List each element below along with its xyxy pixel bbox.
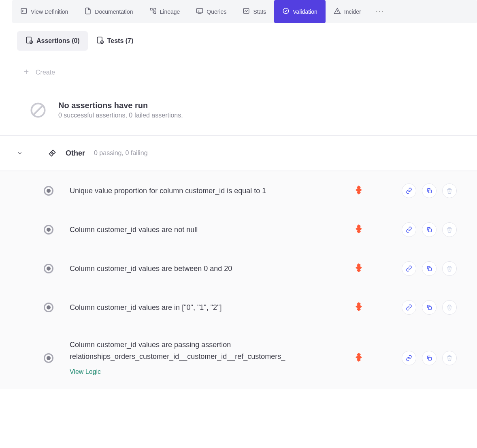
delete-button[interactable] xyxy=(442,300,457,315)
delete-button[interactable] xyxy=(442,351,457,365)
link-button[interactable] xyxy=(402,300,416,315)
svg-rect-0 xyxy=(21,9,27,13)
empty-icon xyxy=(29,101,47,119)
create-button[interactable]: Create xyxy=(0,59,477,86)
tests-icon xyxy=(96,36,104,46)
subtab-label: Assertions (0) xyxy=(36,37,80,45)
rule-actions xyxy=(402,222,457,237)
dbt-icon xyxy=(353,352,365,364)
dbt-icon xyxy=(353,262,365,275)
dbt-icon xyxy=(353,224,365,236)
delete-button[interactable] xyxy=(442,261,457,276)
rule-text: Column customer_id values are in ["0", "… xyxy=(70,302,337,314)
view-definition-icon xyxy=(20,7,28,16)
rule-row: Column customer_id values are between 0 … xyxy=(0,249,477,288)
rule-row: Column customer_id values are in ["0", "… xyxy=(0,288,477,327)
svg-rect-15 xyxy=(428,307,431,309)
document-icon xyxy=(84,7,92,16)
validation-icon xyxy=(282,7,290,16)
tab-label: Documentation xyxy=(95,9,133,15)
tab-label: View Definition xyxy=(31,9,68,15)
copy-button[interactable] xyxy=(422,222,437,237)
validation-subtabs: Assertions (0) Tests (7) xyxy=(0,23,477,59)
rule-row: Unique value proportion for column custo… xyxy=(0,171,477,210)
rule-status-indicator xyxy=(44,303,53,312)
tab-validation[interactable]: Validation xyxy=(274,0,325,23)
svg-rect-3 xyxy=(154,12,156,14)
rule-text: Column customer_id values are not null xyxy=(70,224,337,236)
rule-text: Column customer_id values are between 0 … xyxy=(70,263,337,275)
svg-point-6 xyxy=(283,8,289,14)
link-button[interactable] xyxy=(402,261,416,276)
tab-lineage[interactable]: Lineage xyxy=(141,0,188,23)
svg-rect-1 xyxy=(150,8,152,10)
rule-status-indicator xyxy=(44,264,53,273)
dbt-icon xyxy=(353,185,365,197)
rule-text: Unique value proportion for column custo… xyxy=(70,185,337,197)
svg-rect-4 xyxy=(197,9,203,13)
main-tabnav: View Definition Documentation Lineage Qu… xyxy=(12,0,477,23)
link-button[interactable] xyxy=(402,183,416,198)
svg-rect-14 xyxy=(428,268,431,271)
delete-button[interactable] xyxy=(442,183,457,198)
create-label: Create xyxy=(36,69,55,76)
incidents-icon xyxy=(334,7,341,16)
tab-label: Lineage xyxy=(160,9,180,15)
empty-state: No assertions have run 0 successful asse… xyxy=(0,86,477,136)
tab-label: Incider xyxy=(344,9,361,15)
dbt-icon xyxy=(353,301,365,314)
rule-actions xyxy=(402,351,457,365)
tab-queries[interactable]: Queries xyxy=(188,0,234,23)
tab-view-definition[interactable]: View Definition xyxy=(12,0,76,23)
plus-icon xyxy=(23,68,30,77)
empty-title: No assertions have run xyxy=(58,101,183,110)
copy-button[interactable] xyxy=(422,351,437,365)
svg-rect-16 xyxy=(428,357,431,360)
rule-row: Column customer_id values are passing as… xyxy=(0,327,477,389)
rule-row: Column customer_id values are not null xyxy=(0,210,477,249)
empty-subtitle: 0 successful assertions, 0 failed assert… xyxy=(58,112,183,119)
svg-rect-13 xyxy=(428,229,431,232)
rule-status-indicator xyxy=(44,225,53,235)
plug-icon xyxy=(48,149,57,158)
tab-label: Stats xyxy=(253,9,266,15)
svg-rect-9 xyxy=(97,37,102,43)
svg-rect-2 xyxy=(154,8,156,10)
tab-label: Validation xyxy=(293,9,317,15)
copy-button[interactable] xyxy=(422,261,437,276)
group-meta: 0 passing, 0 failing xyxy=(94,149,148,157)
link-button[interactable] xyxy=(402,222,416,237)
svg-rect-7 xyxy=(26,37,31,43)
link-button[interactable] xyxy=(402,351,416,365)
svg-rect-12 xyxy=(428,190,431,193)
subtab-label: Tests (7) xyxy=(107,37,134,45)
delete-button[interactable] xyxy=(442,222,457,237)
tab-incidents[interactable]: Incider xyxy=(326,0,369,23)
rule-actions xyxy=(402,261,457,276)
rule-status-indicator xyxy=(44,353,53,363)
queries-icon xyxy=(196,7,203,16)
stats-icon xyxy=(243,7,250,16)
rule-actions xyxy=(402,183,457,198)
tabs-overflow-button[interactable]: ··· xyxy=(369,7,391,16)
lineage-icon xyxy=(149,7,157,16)
tab-documentation[interactable]: Documentation xyxy=(76,0,141,23)
tab-label: Queries xyxy=(207,9,226,15)
rule-text: Column customer_id values are passing as… xyxy=(70,339,337,377)
rule-actions xyxy=(402,300,457,315)
rules-list: Unique value proportion for column custo… xyxy=(0,171,477,389)
chevron-down-icon[interactable] xyxy=(17,150,23,156)
copy-button[interactable] xyxy=(422,300,437,315)
tab-stats[interactable]: Stats xyxy=(234,0,274,23)
assertions-icon xyxy=(25,36,33,46)
subtab-tests[interactable]: Tests (7) xyxy=(88,31,142,51)
subtab-assertions[interactable]: Assertions (0) xyxy=(17,31,88,51)
view-logic-link[interactable]: View Logic xyxy=(70,367,329,377)
group-name: Other xyxy=(66,149,85,158)
copy-button[interactable] xyxy=(422,183,437,198)
rule-status-indicator xyxy=(44,186,53,196)
group-other-header[interactable]: Other 0 passing, 0 failing xyxy=(0,136,477,171)
